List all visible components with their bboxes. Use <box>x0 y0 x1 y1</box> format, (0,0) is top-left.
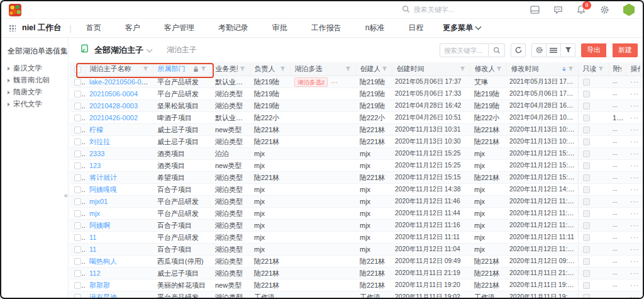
column-header-9[interactable]: 修改时间 <box>506 62 578 76</box>
record-link[interactable]: 20210506-0004 <box>89 90 138 98</box>
row-actions-button[interactable]: ··· <box>630 114 639 121</box>
column-header-12[interactable]: 操作 <box>626 62 643 76</box>
row-checkbox[interactable] <box>74 258 81 265</box>
sort-icon[interactable] <box>562 67 566 72</box>
workspace-title[interactable]: niel 工作台 <box>22 23 62 33</box>
view-title[interactable]: 全部湖泊主子 <box>94 45 143 56</box>
bell-icon[interactable]: 8 <box>576 5 586 15</box>
row-checkbox[interactable] <box>74 162 81 169</box>
readonly-checkbox[interactable] <box>583 127 590 133</box>
row-checkbox[interactable] <box>74 174 81 181</box>
record-link[interactable]: 20210426-0002 <box>89 114 138 121</box>
nav-more-menu[interactable]: 更多菜单 <box>435 23 480 33</box>
record-link[interactable]: mjx <box>89 210 100 217</box>
column-header-4[interactable]: 负责人 <box>250 62 290 76</box>
row-checkbox[interactable] <box>74 246 81 253</box>
nav-item-3[interactable]: 客户管理 <box>152 23 206 33</box>
row-actions-button[interactable]: ··· <box>630 102 639 110</box>
filter-icon[interactable] <box>280 66 286 72</box>
select-all-checkbox[interactable] <box>74 66 81 73</box>
create-button[interactable]: 新建 <box>613 43 638 57</box>
refresh-button[interactable] <box>511 43 526 57</box>
row-actions-button[interactable]: ··· <box>630 174 639 181</box>
global-search[interactable]: 搜索关键字... <box>402 4 454 16</box>
row-actions-button[interactable]: ··· <box>630 293 639 299</box>
readonly-checkbox[interactable] <box>583 79 590 86</box>
row-actions-button[interactable]: ··· <box>630 281 639 289</box>
view-title-caret-icon[interactable] <box>147 46 153 52</box>
row-checkbox[interactable] <box>74 222 81 229</box>
column-header-1[interactable]: 湖泊主子名称 <box>85 62 153 76</box>
row-actions-button[interactable]: ··· <box>630 138 639 145</box>
readonly-checkbox[interactable] <box>583 174 590 181</box>
nav-item-5[interactable]: 审批 <box>260 23 299 33</box>
readonly-checkbox[interactable] <box>583 282 590 289</box>
row-checkbox[interactable] <box>74 210 81 217</box>
column-header-10[interactable]: 只读 <box>578 62 608 76</box>
row-actions-button[interactable]: ··· <box>630 198 639 205</box>
nav-item-6[interactable]: 工作报告 <box>299 23 353 33</box>
record-link[interactable]: 2333 <box>89 150 104 157</box>
row-checkbox[interactable] <box>74 79 81 86</box>
readonly-checkbox[interactable] <box>583 115 590 121</box>
filter-icon[interactable] <box>345 66 351 72</box>
record-link[interactable]: 没有昆迪 <box>89 293 117 299</box>
row-actions-button[interactable]: ··· <box>630 90 639 98</box>
gear-icon[interactable] <box>599 5 609 15</box>
filter-icon[interactable] <box>240 66 245 72</box>
sidebar-item-4[interactable]: 宋代文学 <box>8 98 65 110</box>
sidebar-item-2[interactable]: 魏晋南北朝 <box>8 74 65 86</box>
readonly-checkbox[interactable] <box>583 234 590 241</box>
readonly-checkbox[interactable] <box>583 246 590 253</box>
column-header-2[interactable]: 所属部门 <box>153 62 211 76</box>
app-logo[interactable] <box>9 4 21 16</box>
row-actions-button[interactable]: ··· <box>630 257 639 265</box>
nav-item-8[interactable]: 日程 <box>396 23 435 33</box>
tree-expand-icon[interactable] <box>8 103 10 106</box>
record-link[interactable]: 11 <box>89 234 96 241</box>
row-actions-button[interactable]: ··· <box>630 234 639 241</box>
readonly-checkbox[interactable] <box>583 150 590 157</box>
nav-item-7[interactable]: n标准 <box>353 23 397 33</box>
readonly-checkbox[interactable] <box>583 138 590 145</box>
user-avatar[interactable] <box>623 4 635 16</box>
row-actions-button[interactable]: ··· <box>630 186 639 193</box>
readonly-checkbox[interactable] <box>583 198 590 205</box>
row-checkbox[interactable] <box>74 186 81 193</box>
record-link[interactable]: 阿姨嘎嘎 <box>89 186 117 193</box>
filter-icon[interactable] <box>496 66 502 72</box>
nav-item-4[interactable]: 考勤记录 <box>206 23 260 33</box>
row-checkbox[interactable] <box>74 103 81 110</box>
record-link[interactable]: 将计就计 <box>89 174 117 181</box>
filter-icon[interactable] <box>143 66 148 72</box>
record-link[interactable]: mjx01 <box>89 198 108 205</box>
readonly-checkbox[interactable] <box>583 222 590 229</box>
record-link[interactable]: 柠檬 <box>89 126 103 133</box>
record-link[interactable]: 刘拉拉 <box>89 138 110 145</box>
readonly-checkbox[interactable] <box>583 91 590 98</box>
readonly-checkbox[interactable] <box>583 294 590 299</box>
apps-grid-icon[interactable] <box>9 25 16 31</box>
row-actions-button[interactable]: ··· <box>630 126 639 133</box>
row-actions-button[interactable]: ··· <box>630 245 639 253</box>
row-checkbox[interactable] <box>74 115 81 121</box>
row-checkbox[interactable] <box>74 234 81 241</box>
tree-expand-icon[interactable] <box>8 91 10 94</box>
row-checkbox[interactable] <box>74 282 81 289</box>
column-header-7[interactable]: 创建时间 <box>392 62 470 76</box>
row-checkbox[interactable] <box>74 294 81 299</box>
tab-lake-master[interactable]: 湖泊主子 <box>167 45 197 55</box>
row-checkbox[interactable] <box>74 150 81 157</box>
nav-item-2[interactable]: 客户 <box>113 23 152 33</box>
sidebar-item-1[interactable]: 秦汉文学 <box>8 62 65 74</box>
row-density-icon[interactable] <box>546 43 561 57</box>
record-link[interactable]: 阿姨啊 <box>89 222 110 229</box>
row-checkbox[interactable] <box>74 198 81 205</box>
readonly-checkbox[interactable] <box>583 258 590 265</box>
nav-item-1[interactable]: 首页 <box>74 23 113 33</box>
column-header-6[interactable]: 创建人 <box>355 62 392 76</box>
row-checkbox[interactable] <box>74 270 81 277</box>
filter-icon[interactable] <box>598 66 604 72</box>
readonly-checkbox[interactable] <box>583 103 590 110</box>
column-header-3[interactable]: 业务类型 <box>211 62 250 76</box>
